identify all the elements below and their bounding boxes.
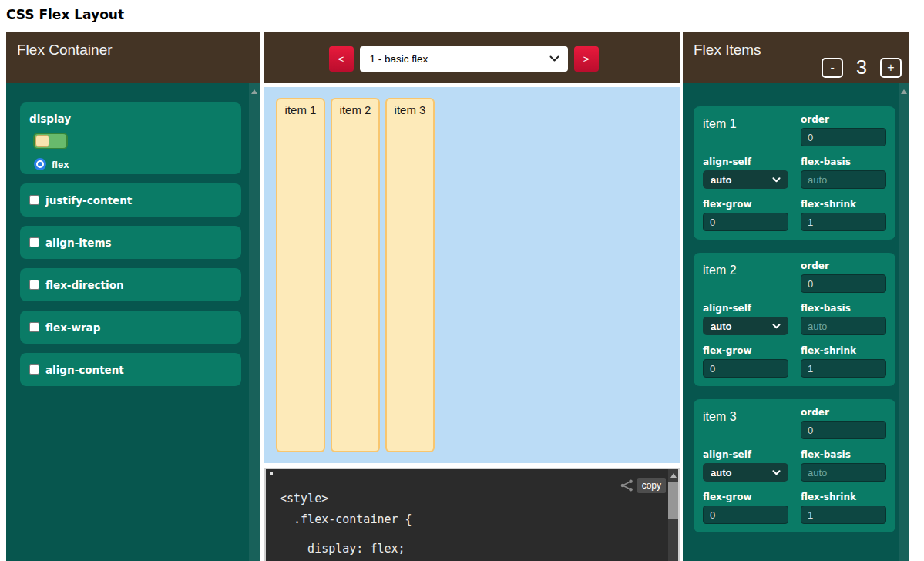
add-item-button[interactable]: + <box>880 58 902 78</box>
align-self-field: align-selfauto <box>703 450 788 482</box>
align-content-checkbox[interactable] <box>29 364 39 375</box>
scroll-up-icon <box>901 89 907 94</box>
flex-wrap-checkbox[interactable] <box>29 322 39 332</box>
flex-basis-field: flex-basis <box>801 304 886 335</box>
item-counter: - 3 + <box>822 56 902 79</box>
flex-basis-field: flex-basis <box>801 450 886 482</box>
code-line <box>280 527 412 542</box>
flex-shrink-field: flex-shrink <box>801 492 886 524</box>
flex-grow-input[interactable] <box>703 359 788 378</box>
copy-button[interactable]: copy <box>637 478 666 493</box>
justify-content-checkbox[interactable] <box>29 195 39 205</box>
flex-container-body: display flex justify-contentalign-itemsf… <box>6 83 260 561</box>
align-self-field: align-selfauto <box>703 304 788 335</box>
toggle-knob <box>35 135 49 147</box>
flex-items-header: Flex Items - 3 + <box>683 32 909 83</box>
item-name: item 3 <box>703 408 788 439</box>
chevron-down-icon <box>549 55 559 62</box>
flex-shrink-input[interactable] <box>801 213 886 231</box>
flex-container-title: Flex Container <box>17 42 113 58</box>
order-field: order <box>801 115 886 146</box>
display-label: display <box>29 113 232 125</box>
align-self-select[interactable]: auto <box>703 170 788 189</box>
example-select[interactable]: 1 - basic flex <box>360 46 568 72</box>
flex-grow-input[interactable] <box>703 213 788 231</box>
align-self-select[interactable]: auto <box>703 463 788 482</box>
flex-shrink-field: flex-shrink <box>801 200 886 231</box>
flex-basis-input[interactable] <box>801 463 886 482</box>
remove-item-button[interactable]: - <box>822 58 843 78</box>
flex-grow-field: flex-grow <box>703 492 788 524</box>
code-bullet <box>270 472 273 475</box>
align-self-field: align-selfauto <box>703 157 788 189</box>
example-select-value: 1 - basic flex <box>370 53 549 65</box>
align-items-checkbox[interactable] <box>29 237 39 247</box>
flex-shrink-input[interactable] <box>801 359 886 378</box>
right-scrollbar[interactable] <box>899 83 909 561</box>
chevron-down-icon <box>772 470 781 475</box>
app: Flex Container display flex justify-cont… <box>6 32 924 561</box>
align-self-select[interactable]: auto <box>703 317 788 335</box>
next-example-button[interactable]: > <box>574 46 599 72</box>
prev-example-button[interactable]: < <box>329 46 354 72</box>
flex-shrink-input[interactable] <box>801 506 886 524</box>
scroll-up-icon <box>670 473 677 478</box>
flex-items-body: item 1orderalign-selfautoflex-basisflex-… <box>683 83 909 561</box>
preview-column: < 1 - basic flex > item 1item 2item 3 co… <box>264 32 680 561</box>
flex-basis-input[interactable] <box>801 170 886 189</box>
item-panel-2: item 2orderalign-selfautoflex-basisflex-… <box>694 253 895 386</box>
flex-preview-container: item 1item 2item 3 <box>264 87 680 463</box>
flex-direction-checkbox[interactable] <box>29 280 39 290</box>
code-panel: copy <style> .flex-container { display: … <box>264 468 680 561</box>
preview-header: < 1 - basic flex > <box>264 32 680 83</box>
page-title: CSS Flex Layout <box>0 0 924 32</box>
left-scrollbar[interactable] <box>249 83 260 561</box>
flex-grow-field: flex-grow <box>703 200 788 231</box>
preview-flex-item: item 2 <box>331 98 380 452</box>
code-text: <style> .flex-container { display: flex; <box>280 492 412 556</box>
property-list: justify-contentalign-itemsflex-direction… <box>20 183 241 386</box>
flex-container-column: Flex Container display flex justify-cont… <box>6 32 260 561</box>
scroll-up-icon <box>251 89 257 94</box>
preview-flex-item: item 1 <box>276 98 325 452</box>
order-field: order <box>801 408 886 439</box>
scroll-thumb[interactable] <box>668 482 678 519</box>
flex-grow-field: flex-grow <box>703 346 788 378</box>
preview-flex-item: item 3 <box>385 98 435 452</box>
code-line: display: flex; <box>280 542 412 556</box>
property-panel-justify-content[interactable]: justify-content <box>20 183 241 217</box>
property-panel-flex-wrap[interactable]: flex-wrap <box>20 311 241 344</box>
code-line: .flex-container { <box>280 512 412 527</box>
display-panel: display flex <box>20 102 241 174</box>
code-line: <style> <box>280 492 412 506</box>
flex-items-column: Flex Items - 3 + item 1orderalign-selfau… <box>683 32 909 561</box>
property-panel-align-content[interactable]: align-content <box>20 353 241 386</box>
item-panel-1: item 1orderalign-selfautoflex-basisflex-… <box>694 106 895 240</box>
flex-shrink-field: flex-shrink <box>801 346 886 378</box>
item-panel-list: item 1orderalign-selfautoflex-basisflex-… <box>694 106 895 532</box>
flex-container-header: Flex Container <box>6 32 260 83</box>
order-input[interactable] <box>801 128 886 146</box>
flex-grow-input[interactable] <box>703 506 788 524</box>
flex-items-title: Flex Items <box>694 42 761 58</box>
flex-basis-input[interactable] <box>801 317 886 335</box>
flex-basis-field: flex-basis <box>801 157 886 189</box>
item-name: item 2 <box>703 261 788 293</box>
item-count: 3 <box>856 56 867 79</box>
chevron-down-icon <box>772 324 781 329</box>
order-input[interactable] <box>801 421 886 439</box>
flex-radio-label: flex <box>52 159 69 170</box>
display-toggle[interactable] <box>33 133 68 149</box>
order-input[interactable] <box>801 274 886 293</box>
property-panel-flex-direction[interactable]: flex-direction <box>20 268 241 301</box>
order-field: order <box>801 261 886 293</box>
share-icon[interactable] <box>620 479 633 492</box>
item-name: item 1 <box>703 115 788 146</box>
code-scrollbar[interactable] <box>668 469 678 561</box>
property-panel-align-items[interactable]: align-items <box>20 226 241 259</box>
flex-radio[interactable] <box>34 158 46 170</box>
chevron-down-icon <box>772 177 781 183</box>
item-panel-3: item 3orderalign-selfautoflex-basisflex-… <box>694 399 895 532</box>
